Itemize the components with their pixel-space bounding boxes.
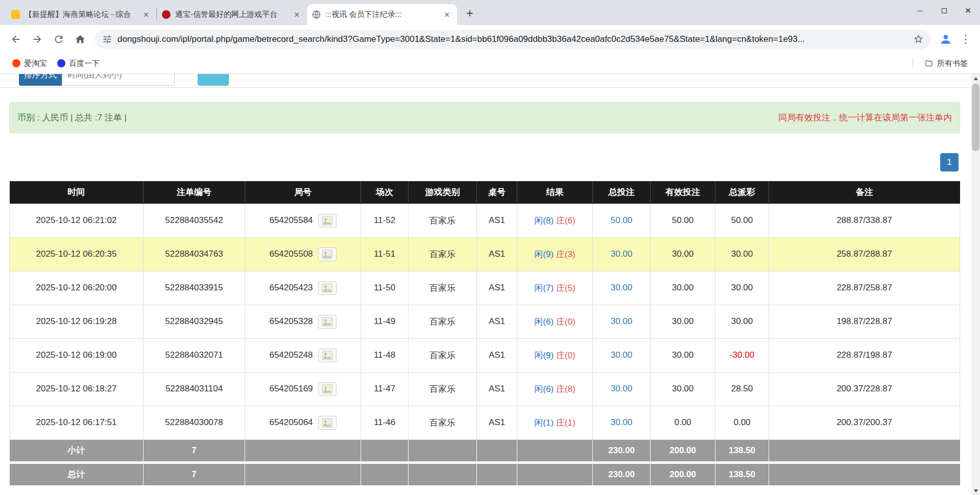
tab-close-icon[interactable]: ✕ [292, 10, 302, 20]
cell-total-bet[interactable]: 30.00 [593, 237, 651, 271]
total-bet-link[interactable]: 30.00 [611, 283, 633, 292]
cell-total-bet[interactable]: 30.00 [593, 372, 651, 406]
tab-close-icon[interactable]: ✕ [141, 10, 151, 20]
result-banker: 庄(8) [556, 384, 576, 394]
footer-cell [517, 462, 593, 485]
total-bet-link[interactable]: 30.00 [611, 316, 633, 326]
footer-cell [245, 462, 361, 485]
round-number: 654205169 [269, 384, 313, 394]
bookmarks-separator [913, 58, 913, 69]
window-close-button[interactable]: ✕ [956, 0, 980, 21]
tab-close-icon[interactable]: ✕ [442, 10, 452, 20]
cell-valid-bet: 30.00 [651, 372, 715, 406]
site-settings-icon[interactable] [102, 34, 112, 44]
cell-result: 闲(6) 庄(0) [517, 305, 593, 338]
refresh-icon [53, 34, 64, 45]
refresh-button[interactable] [48, 29, 69, 50]
bookmark-aitaobao[interactable]: 爱淘宝 [7, 57, 52, 70]
cell-time: 2025-10-12 06:18:27 [10, 372, 144, 406]
cell-total-bet[interactable]: 30.00 [593, 406, 651, 439]
tab-forum[interactable]: 【新提醒】海燕策略论坛 - 综合 ✕ [6, 4, 156, 25]
browser-menu-button[interactable]: ⋮ [957, 29, 975, 50]
footer-cell [769, 439, 960, 462]
round-media-button[interactable] [318, 281, 337, 295]
window-minimize-button[interactable] [908, 0, 932, 21]
bookmark-label: 爱淘宝 [24, 59, 47, 68]
baidu-icon [57, 59, 65, 67]
round-media-button[interactable] [318, 247, 337, 261]
round-media-button[interactable] [318, 382, 337, 396]
url-text[interactable]: dongshouji.com/ipl/portal.php/game/betre… [117, 34, 908, 44]
pagination-page-1-button[interactable]: 1 [940, 153, 959, 171]
summary-bar: 币别 : 人民币 | 总共 :7 注单 | 同局有效投注，统一计算在该局第一张注… [9, 102, 960, 133]
total-bet-link[interactable]: 30.00 [611, 384, 633, 393]
round-media-button[interactable] [318, 416, 337, 430]
column-header: 注单编号 [144, 181, 245, 204]
browser-toolbar: dongshouji.com/ipl/portal.php/game/betre… [0, 25, 980, 53]
address-bar[interactable]: dongshouji.com/ipl/portal.php/game/betre… [95, 30, 931, 49]
footer-cell [361, 439, 409, 462]
back-icon [10, 34, 21, 45]
page-scrollbar[interactable] [971, 74, 980, 495]
profile-button[interactable] [935, 29, 957, 50]
total-bet-link[interactable]: 30.00 [611, 350, 633, 360]
cell-total-bet[interactable]: 30.00 [593, 338, 651, 372]
round-media-button[interactable] [318, 315, 337, 329]
cell-note: 228.87/198.87 [769, 338, 960, 372]
total-bet-link[interactable]: 30.00 [611, 417, 633, 427]
table-row: 2025-10-12 06:19:28522884032945654205328… [10, 305, 960, 338]
cell-time: 2025-10-12 06:17:51 [10, 406, 144, 439]
table-footer: 小计7230.00200.00138.50总计7230.00200.00138.… [10, 439, 960, 485]
scrollbar-up-button[interactable] [971, 74, 980, 83]
scrollbar-thumb[interactable] [972, 84, 979, 151]
cell-total-bet[interactable]: 30.00 [593, 305, 651, 338]
bookmark-star-icon[interactable] [913, 34, 924, 44]
cell-session: 11-51 [361, 237, 409, 271]
cell-total-bet[interactable]: 50.00 [593, 204, 651, 237]
cell-round: 654205423 [245, 271, 361, 305]
new-tab-button[interactable]: + [462, 6, 477, 21]
footer-cell: 138.50 [715, 439, 769, 462]
same-round-notice-text: 同局有效投注，统一计算在该局第一张注单内 [778, 112, 952, 123]
cell-game-type: 百家乐 [409, 305, 477, 338]
total-bet-link[interactable]: 30.00 [611, 249, 633, 259]
cell-session: 11-50 [361, 271, 409, 305]
cell-result: 闲(6) 庄(8) [517, 372, 593, 406]
back-button[interactable] [5, 29, 27, 50]
round-media-button[interactable] [318, 349, 337, 362]
tab-title: 【新提醒】海燕策略论坛 - 综合 [25, 10, 136, 19]
tab-tongbao[interactable]: 通宝-信誉最好的网上游戏平台 ✕ [157, 4, 307, 25]
payout-value: 30.00 [731, 316, 753, 326]
tab-bet-record-active[interactable]: :::视讯 会员下注纪录::: ✕ [307, 4, 457, 25]
column-header: 结果 [517, 181, 593, 204]
window-maximize-button[interactable] [932, 0, 956, 21]
sort-field-label: 排序方式 [19, 74, 62, 86]
cell-result: 闲(1) 庄(1) [517, 406, 593, 439]
home-button[interactable] [69, 29, 91, 50]
cell-note: 198.87/228.87 [769, 305, 960, 338]
bookmark-baidu[interactable]: 百度一下 [52, 57, 105, 70]
cell-total-bet[interactable]: 30.00 [593, 271, 651, 305]
total-bet-link[interactable]: 50.00 [611, 215, 633, 225]
scroll-down-icon [974, 489, 978, 492]
cell-round: 654205328 [245, 305, 361, 338]
cell-bet-id: 522884031104 [144, 372, 245, 406]
cell-table-no: AS1 [477, 406, 517, 439]
round-number: 654205064 [269, 417, 313, 428]
result-banker: 庄(0) [556, 351, 576, 360]
currency-total-text: 币别 : 人民币 | 总共 :7 注单 | [17, 112, 127, 123]
search-button[interactable] [198, 74, 229, 86]
table-row: 2025-10-12 06:21:02522884035542654205584… [10, 204, 960, 237]
grand-total-row: 总计7230.00200.00138.50 [10, 462, 960, 485]
table-row: 2025-10-12 06:18:27522884031104654205169… [10, 372, 960, 406]
cell-game-type: 百家乐 [409, 237, 477, 271]
result-player: 闲(6) [534, 384, 554, 394]
sort-order-input[interactable] [62, 74, 175, 86]
cell-table-no: AS1 [477, 204, 517, 237]
forward-button[interactable] [27, 29, 48, 50]
cell-valid-bet: 30.00 [651, 237, 715, 271]
scrollbar-down-button[interactable] [971, 486, 980, 495]
main-area: 排序方式 币别 : 人民币 | 总共 :7 注单 | 同局有效投注，统一计算在该… [0, 74, 971, 495]
all-bookmarks-button[interactable]: 所有书签 [919, 57, 973, 70]
round-media-button[interactable] [318, 214, 337, 228]
